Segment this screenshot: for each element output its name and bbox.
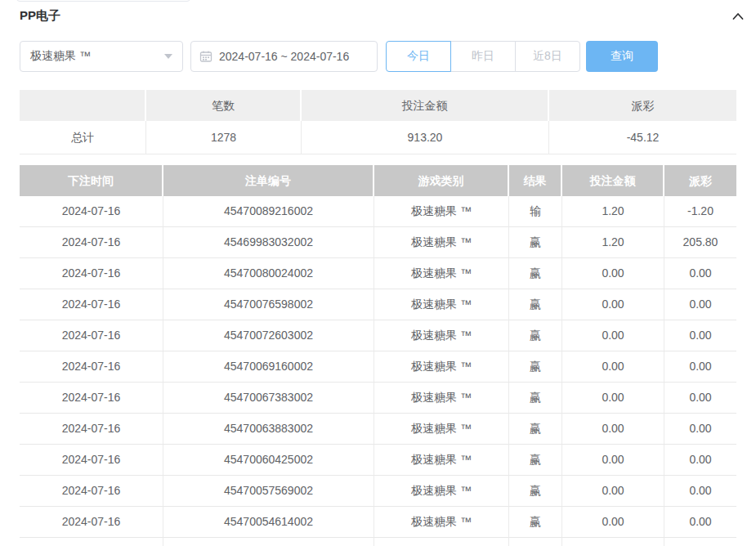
cell-order-no xyxy=(163,538,374,546)
query-button[interactable]: 查询 xyxy=(586,41,658,72)
cell-bet-time: 2024-07-16 xyxy=(20,258,163,289)
quick-range-button-3[interactable]: 近8日 xyxy=(515,41,580,72)
date-range-value: 2024-07-16 ~ 2024-07-16 xyxy=(219,50,349,63)
summary-column-header-3: 投注金额 xyxy=(302,90,549,121)
cell-bet-amount: 1.20 xyxy=(562,227,664,258)
cell-bet-amount xyxy=(562,538,664,546)
bets-table: 下注时间注单编号游戏类别结果投注金额派彩 2024-07-16 45470089… xyxy=(20,165,736,546)
cell-bet-amount: 0.00 xyxy=(562,320,664,351)
cell-order-no: 45470063883002 xyxy=(163,414,374,445)
cell-bet-time xyxy=(20,538,163,546)
bets-table-header-row: 下注时间注单编号游戏类别结果投注金额派彩 xyxy=(20,165,736,196)
cell-game-type: 极速糖果 ™ xyxy=(374,476,509,507)
cell-game-type: 极速糖果 ™ xyxy=(374,445,509,476)
cell-result xyxy=(509,538,562,546)
cell-result: 赢 xyxy=(509,476,562,507)
cell-game-type: 极速糖果 ™ xyxy=(374,227,509,258)
cell-bet-amount: 0.00 xyxy=(562,383,664,414)
cell-game-type: 极速糖果 ™ xyxy=(374,383,509,414)
cell-game-type: 极速糖果 ™ xyxy=(374,351,509,383)
table-row: 2024-07-16 45470057569002 极速糖果 ™ 赢 0.00 … xyxy=(20,476,736,507)
summary-column-header-1 xyxy=(20,90,146,121)
table-row: 2024-07-16 45470060425002 极速糖果 ™ 赢 0.00 … xyxy=(20,445,736,476)
cell-payout xyxy=(664,538,736,546)
cell-payout: 0.00 xyxy=(664,507,736,538)
cell-result: 赢 xyxy=(509,351,562,383)
cell-result: 赢 xyxy=(509,383,562,414)
cell-bet-amount: 1.20 xyxy=(562,196,664,227)
cell-bet-time: 2024-07-16 xyxy=(20,227,163,258)
cell-order-no: 45470072603002 xyxy=(163,320,374,351)
table-row: 2024-07-16 45470076598002 极速糖果 ™ 赢 0.00 … xyxy=(20,289,736,320)
table-row: 2024-07-16 45470054614002 极速糖果 ™ 赢 0.00 … xyxy=(20,507,736,538)
pp-electronic-panel: PP电子 极速糖果 ™ xyxy=(0,0,756,546)
cell-game-type: 极速糖果 ™ xyxy=(374,507,509,538)
bets-column-header-5: 投注金额 xyxy=(562,165,664,196)
summary-header-row: 笔数投注金额派彩 xyxy=(20,90,736,121)
cell-bet-time: 2024-07-16 xyxy=(20,383,163,414)
cell-order-no: 45469983032002 xyxy=(163,227,374,258)
cell-payout: 0.00 xyxy=(664,320,736,351)
cell-result: 输 xyxy=(509,196,562,227)
cell-result: 赢 xyxy=(509,289,562,320)
cell-bet-amount: 0.00 xyxy=(562,476,664,507)
cell-payout: 205.80 xyxy=(664,227,736,258)
cell-game-type: 极速糖果 ™ xyxy=(374,320,509,351)
cell-result: 赢 xyxy=(509,227,562,258)
cell-result: 赢 xyxy=(509,258,562,289)
cell-bet-amount: 0.00 xyxy=(562,445,664,476)
bets-column-header-6: 派彩 xyxy=(664,165,736,196)
panel-header: PP电子 xyxy=(20,8,746,25)
cell-bet-amount: 0.00 xyxy=(562,289,664,320)
bets-table-body: 2024-07-16 45470089216002 极速糖果 ™ 输 1.20 … xyxy=(20,196,736,546)
table-row: 2024-07-16 45470069160002 极速糖果 ™ 赢 0.00 … xyxy=(20,351,736,383)
cell-result: 赢 xyxy=(509,507,562,538)
summary-total-payout: -45.12 xyxy=(549,121,736,154)
cell-payout: 0.00 xyxy=(664,414,736,445)
quick-range-button-1[interactable]: 今日 xyxy=(386,41,451,72)
cell-game-type: 极速糖果 ™ xyxy=(374,414,509,445)
collapse-button[interactable] xyxy=(730,8,746,25)
cell-order-no: 45470054614002 xyxy=(163,507,374,538)
cell-bet-time: 2024-07-16 xyxy=(20,289,163,320)
cell-bet-amount: 0.00 xyxy=(562,258,664,289)
summary-table: 笔数投注金额派彩 总计 1278 913.20 -45.12 xyxy=(20,90,736,154)
summary-column-header-4: 派彩 xyxy=(549,90,736,121)
cell-result: 赢 xyxy=(509,320,562,351)
bets-column-header-1: 下注时间 xyxy=(20,165,163,196)
cell-payout: 0.00 xyxy=(664,476,736,507)
table-row: 2024-07-16 45470080024002 极速糖果 ™ 赢 0.00 … xyxy=(20,258,736,289)
cell-game-type: 极速糖果 ™ xyxy=(374,196,509,227)
cell-bet-amount: 0.00 xyxy=(562,414,664,445)
date-range-picker[interactable]: 2024-07-16 ~ 2024-07-16 xyxy=(190,41,378,72)
quick-range-button-2[interactable]: 昨日 xyxy=(450,41,516,72)
chevron-up-icon xyxy=(730,14,746,27)
cell-order-no: 45470089216002 xyxy=(163,196,374,227)
cell-payout: -1.20 xyxy=(664,196,736,227)
table-row: 2024-07-16 45470067383002 极速糖果 ™ 赢 0.00 … xyxy=(20,383,736,414)
summary-total-count: 1278 xyxy=(146,121,302,154)
chevron-down-icon xyxy=(164,54,172,59)
cell-payout: 0.00 xyxy=(664,445,736,476)
cell-game-type: 极速糖果 ™ xyxy=(374,258,509,289)
bets-column-header-3: 游戏类别 xyxy=(374,165,509,196)
cell-order-no: 45470069160002 xyxy=(163,351,374,383)
cell-result: 赢 xyxy=(509,445,562,476)
summary-column-header-2: 笔数 xyxy=(146,90,302,121)
cell-result: 赢 xyxy=(509,414,562,445)
cell-bet-amount: 0.00 xyxy=(562,351,664,383)
quick-range-group: 今日昨日近8日 xyxy=(386,41,580,72)
bets-column-header-2: 注单编号 xyxy=(163,165,374,196)
page-title: PP电子 xyxy=(20,8,60,22)
cell-game-type: 极速糖果 ™ xyxy=(374,289,509,320)
cell-order-no: 45470057569002 xyxy=(163,476,374,507)
cell-bet-time: 2024-07-16 xyxy=(20,445,163,476)
filter-bar: 极速糖果 ™ 2024-07-16 ~ 2024-07-16 今日昨日近8 xyxy=(20,41,658,72)
table-row-partial xyxy=(20,538,736,546)
cell-bet-amount: 0.00 xyxy=(562,507,664,538)
summary-total-bet-amount: 913.20 xyxy=(302,121,549,154)
cell-payout: 0.00 xyxy=(664,351,736,383)
table-row: 2024-07-16 45470063883002 极速糖果 ™ 赢 0.00 … xyxy=(20,414,736,445)
game-select[interactable]: 极速糖果 ™ xyxy=(20,41,183,72)
cell-bet-time: 2024-07-16 xyxy=(20,507,163,538)
